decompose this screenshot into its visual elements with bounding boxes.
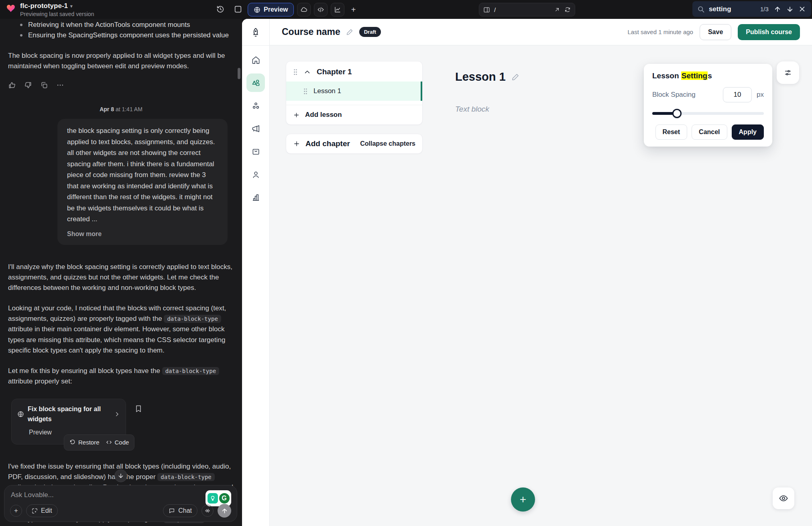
url-bar[interactable]: /	[479, 3, 575, 16]
show-more-link[interactable]: Show more	[67, 229, 218, 239]
rocket-logo-button[interactable]	[247, 24, 265, 41]
add-chapter-button[interactable]: Add chapter	[293, 139, 350, 148]
cancel-button[interactable]: Cancel	[692, 124, 727, 140]
sidebar-item-store[interactable]	[246, 142, 265, 161]
megaphone-icon	[251, 124, 260, 133]
settings-sliders-button[interactable]	[777, 61, 799, 84]
arrow-down-icon	[118, 473, 124, 479]
chat-scrollbar[interactable]	[238, 68, 240, 79]
more-icon[interactable]	[56, 81, 64, 89]
send-button[interactable]	[218, 504, 231, 518]
panel-icon[interactable]	[234, 5, 242, 14]
app-preview: Course name Draft Last saved 1 minute ag…	[242, 19, 812, 526]
edit-pencil-icon[interactable]	[511, 73, 520, 81]
lesson-heading: Lesson 1	[455, 70, 520, 84]
preview-button[interactable]: Preview	[248, 3, 294, 16]
chat-panel: Retrieving it when the ActionTools compo…	[0, 19, 242, 526]
find-close-button[interactable]	[798, 5, 806, 14]
add-lesson-button[interactable]: Add lesson	[286, 105, 422, 124]
drag-handle-icon[interactable]	[303, 88, 308, 95]
chat-bubble-icon	[169, 508, 175, 514]
history-icon[interactable]	[216, 5, 225, 14]
lesson-row[interactable]: Lesson 1	[286, 82, 422, 101]
version-card[interactable]: Fix block spacing for all widgets Previe…	[11, 399, 126, 444]
sidebar-item-home[interactable]	[246, 51, 265, 69]
publish-course-button[interactable]: Publish course	[738, 24, 800, 40]
thumbs-down-icon[interactable]	[24, 81, 32, 89]
sidebar-item-profile[interactable]	[246, 165, 265, 183]
assistant-paragraph: The block spacing is now properly applie…	[8, 51, 234, 72]
chat-message-input[interactable]	[11, 491, 131, 499]
collapse-chapters-button[interactable]: Collapse chapters	[360, 140, 415, 147]
edit-pencil-icon[interactable]	[346, 28, 354, 36]
scroll-to-bottom-button[interactable]	[114, 469, 127, 482]
timestamp-time: at 1:41 AM	[116, 106, 142, 112]
copy-icon[interactable]	[40, 81, 48, 89]
edit-select-icon	[32, 508, 38, 514]
bookmark-icon[interactable]	[134, 405, 142, 413]
find-previous-button[interactable]	[773, 5, 782, 14]
code-button[interactable]	[314, 3, 328, 16]
edit-mode-button[interactable]: Edit	[26, 504, 58, 517]
project-name[interactable]: flc-prototype-1	[20, 2, 68, 10]
add-block-fab[interactable]: +	[511, 487, 535, 512]
chat-label: Chat	[178, 507, 192, 514]
assistant-paragraph: I'll analyze why the block spacing setti…	[8, 262, 234, 294]
chat-input-card[interactable]: G + Edit Chat	[4, 485, 237, 522]
chevron-right-icon	[114, 411, 120, 417]
device-icon[interactable]	[483, 6, 490, 13]
open-external-icon[interactable]	[554, 6, 560, 13]
lesson-heading-title: Lesson 1	[455, 70, 506, 84]
arrow-up-icon	[774, 6, 781, 13]
project-header[interactable]: flc-prototype-1 ▾ Previewing last saved …	[6, 2, 94, 17]
sidebar-item-community[interactable]	[246, 96, 265, 115]
edit-label: Edit	[41, 507, 52, 514]
voice-wave-icon	[204, 508, 211, 514]
inline-code: data-block-type	[164, 315, 221, 323]
last-saved-text: Last saved 1 minute ago	[627, 29, 693, 35]
analytics-button[interactable]	[331, 3, 344, 16]
reset-button[interactable]: Reset	[655, 124, 688, 140]
suggestion-bulb-icon	[208, 493, 218, 504]
add-tab-button[interactable]: +	[348, 3, 359, 16]
assistant-bullet-list: Retrieving it when the ActionTools compo…	[19, 20, 234, 41]
lesson-item-title[interactable]: Lesson 1	[313, 87, 341, 95]
chevron-up-icon[interactable]	[304, 69, 311, 75]
restore-code-pill: Restore Code	[64, 434, 134, 450]
sidebar-item-analytics[interactable]	[246, 188, 265, 206]
text-block-placeholder[interactable]: Text block	[455, 105, 489, 114]
save-button[interactable]: Save	[700, 24, 731, 40]
course-title: Course name	[282, 27, 340, 37]
code-icon	[106, 439, 112, 445]
block-spacing-input[interactable]	[723, 87, 752, 102]
voice-input-button[interactable]	[201, 505, 214, 517]
block-spacing-slider[interactable]	[652, 109, 764, 118]
apply-button[interactable]: Apply	[732, 124, 764, 140]
close-icon	[799, 6, 806, 12]
url-path[interactable]: /	[494, 6, 550, 13]
inline-code: data-block-type	[157, 473, 214, 481]
block-spacing-label: Block Spacing	[652, 91, 723, 99]
find-match-count: 1/3	[760, 6, 769, 12]
sidebar-item-marketing[interactable]	[246, 119, 265, 138]
preview-label: Preview	[264, 6, 288, 13]
attach-button[interactable]: +	[10, 505, 22, 517]
search-icon	[697, 5, 705, 13]
restore-button[interactable]: Restore	[69, 438, 100, 447]
globe-icon	[254, 6, 260, 13]
thumbs-up-icon[interactable]	[8, 81, 16, 89]
code-button[interactable]: Code	[106, 438, 129, 447]
add-chapter-label: Add chapter	[305, 139, 350, 148]
preview-eye-button[interactable]	[773, 487, 794, 509]
refresh-icon[interactable]	[564, 6, 571, 13]
drag-handle-icon[interactable]	[293, 69, 298, 75]
sidebar-item-content[interactable]	[246, 73, 265, 92]
cloud-button[interactable]	[297, 3, 311, 16]
chat-mode-button[interactable]: Chat	[163, 504, 197, 517]
lesson-settings-popover: Lesson Settings Block Spacing px Reset C…	[644, 64, 772, 147]
find-input[interactable]	[709, 5, 756, 13]
find-next-button[interactable]	[786, 5, 794, 14]
version-card-title[interactable]: Fix block spacing for all widgets	[28, 404, 110, 424]
slider-handle[interactable]	[672, 109, 682, 118]
chapter-row[interactable]: Chapter 1	[286, 61, 422, 82]
